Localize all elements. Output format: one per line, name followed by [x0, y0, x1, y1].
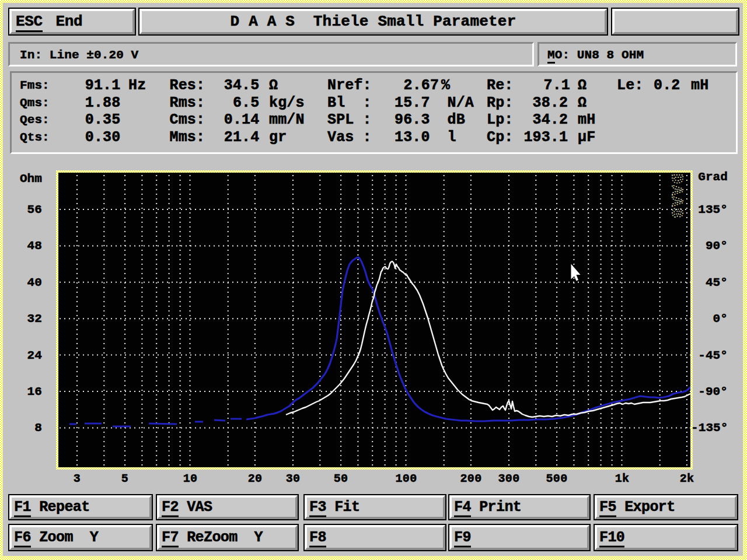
- svg-text:DAAS: DAAS: [668, 174, 686, 219]
